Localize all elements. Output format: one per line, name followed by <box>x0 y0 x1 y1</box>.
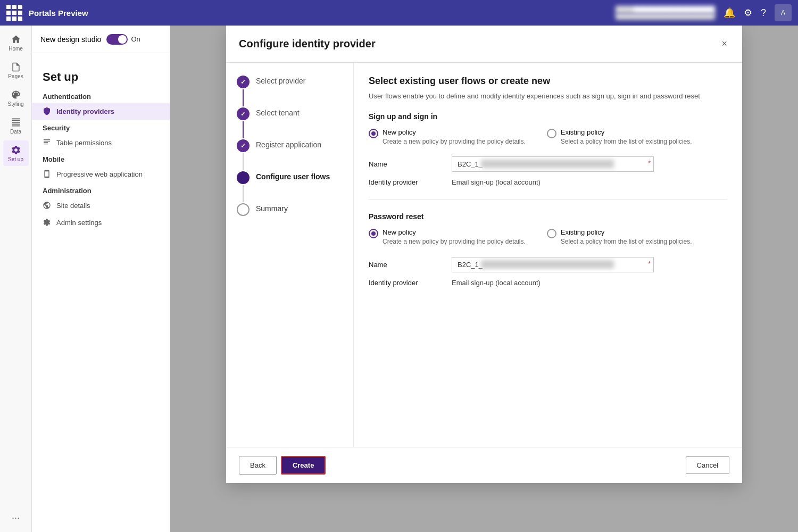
sidebar-item-pages[interactable]: Pages <box>3 57 29 83</box>
password-reset-existing-policy-label: Existing policy <box>561 228 692 236</box>
home-label: Home <box>9 46 23 52</box>
sign-up-name-label: Name <box>369 160 443 168</box>
back-button[interactable]: Back <box>239 456 277 475</box>
step-5-icon <box>237 203 250 216</box>
mobile-section-heading: Mobile <box>32 151 170 165</box>
topbar: Portals Preview ██████████████████ █████… <box>0 0 798 26</box>
admin-section-heading: Administration <box>32 182 170 197</box>
password-reset-provider-label: Identity provider <box>369 279 443 287</box>
wizard-content: Select existing user flows or create new… <box>354 63 742 447</box>
step-select-provider: ✓ Select provider <box>237 76 343 107</box>
avatar[interactable]: A <box>775 4 792 21</box>
password-reset-new-policy-option[interactable]: New policy Create a new policy by provid… <box>369 228 526 246</box>
new-design-studio-label: New design studio <box>40 35 101 44</box>
sign-up-new-policy-desc: Create a new policy by providing the pol… <box>383 137 526 146</box>
sidebar-item-identity-providers[interactable]: Identity providers <box>32 103 170 120</box>
help-icon[interactable]: ? <box>761 7 766 19</box>
step-4-label: Configure user flows <box>256 171 330 181</box>
modal-footer: Back Create Cancel <box>226 447 742 483</box>
sidebar-item-site-details[interactable]: Site details <box>32 197 170 214</box>
sidebar-item-styling[interactable]: Styling <box>3 85 29 111</box>
sidebar-item-data[interactable]: Data <box>3 113 29 138</box>
step-3-icon: ✓ <box>237 139 250 152</box>
security-section-heading: Security <box>32 120 170 134</box>
bell-icon[interactable]: 🔔 <box>724 7 735 19</box>
sidebar-top-bar: New design studio On <box>32 26 170 53</box>
step-3-label: Register application <box>256 139 321 149</box>
sign-up-policy-options: New policy Create a new policy by provid… <box>369 128 727 146</box>
account-name: ██████████████████ <box>616 6 715 13</box>
content-area: Configure identity provider × ✓ Sele <box>170 26 798 532</box>
wizard-content-desc: User flows enable you to define and modi… <box>369 91 727 102</box>
create-button[interactable]: Create <box>281 456 326 475</box>
sidebar-item-table-permissions[interactable]: Table permissions <box>32 134 170 151</box>
password-reset-new-policy-desc: Create a new policy by providing the pol… <box>383 237 526 246</box>
password-reset-existing-policy-desc: Select a policy from the list of existin… <box>561 237 692 246</box>
account-info: ██████████████████ █████████████████████… <box>616 6 715 20</box>
step-2-label: Select tenant <box>256 107 300 117</box>
cancel-button[interactable]: Cancel <box>686 456 729 474</box>
password-reset-new-policy-label: New policy <box>383 228 526 236</box>
site-details-label: Site details <box>56 202 90 210</box>
modal-header: Configure identity provider × <box>226 26 742 63</box>
step-configure-user-flows: Configure user flows <box>237 171 343 203</box>
settings-icon[interactable]: ⚙ <box>744 7 752 19</box>
sign-up-provider-row: Identity provider Email sign-up (local a… <box>369 178 727 186</box>
setup-label: Set up <box>8 156 23 162</box>
password-reset-name-label: Name <box>369 261 443 269</box>
app-title: Portals Preview <box>29 9 609 18</box>
sign-up-provider-value: Email sign-up (local account) <box>452 178 541 186</box>
step-4-icon <box>237 171 250 184</box>
sign-up-name-required: * <box>648 160 651 167</box>
password-reset-existing-policy-radio[interactable] <box>547 229 556 238</box>
password-reset-section-heading: Password reset <box>369 212 727 221</box>
step-register-application: ✓ Register application <box>237 139 343 171</box>
sign-up-existing-policy-radio[interactable] <box>547 129 556 138</box>
modal-title: Configure identity provider <box>239 38 376 50</box>
wizard-steps: ✓ Select provider ✓ Select tenant <box>226 63 354 447</box>
footer-left-buttons: Back Create <box>239 456 326 475</box>
sign-up-provider-label: Identity provider <box>369 178 443 186</box>
new-design-studio-toggle[interactable]: On <box>106 34 140 45</box>
topbar-right: ██████████████████ █████████████████████… <box>616 4 792 21</box>
table-permissions-label: Table permissions <box>56 139 112 147</box>
password-reset-policy-options: New policy Create a new policy by provid… <box>369 228 727 246</box>
sign-up-existing-policy-label: Existing policy <box>561 128 692 136</box>
step-2-icon: ✓ <box>237 107 250 120</box>
password-reset-provider-value: Email sign-up (local account) <box>452 279 541 287</box>
sign-up-existing-policy-option[interactable]: Existing policy Select a policy from the… <box>547 128 692 146</box>
configure-identity-provider-modal: Configure identity provider × ✓ Sele <box>226 26 742 483</box>
modal-close-button[interactable]: × <box>719 36 729 52</box>
setup-section-title: Set up <box>32 62 170 88</box>
password-reset-new-policy-radio[interactable] <box>369 229 378 238</box>
sidebar-item-admin-settings[interactable]: Admin settings <box>32 214 170 231</box>
sign-up-name-row: Name * <box>369 156 727 172</box>
step-1-icon: ✓ <box>237 76 250 88</box>
auth-section-heading: Authentication <box>32 88 170 103</box>
styling-label: Styling <box>7 101 23 107</box>
icon-sidebar: Home Pages Styling Data Set up ··· <box>0 26 32 532</box>
sign-up-section-heading: Sign up and sign in <box>369 112 727 121</box>
password-reset-existing-policy-option[interactable]: Existing policy Select a policy from the… <box>547 228 692 246</box>
password-reset-provider-row: Identity provider Email sign-up (local a… <box>369 279 727 287</box>
waffle-menu[interactable] <box>6 5 22 21</box>
more-icon[interactable]: ··· <box>12 512 20 523</box>
modal-backdrop: Configure identity provider × ✓ Sele <box>170 26 798 532</box>
sidebar-item-home[interactable]: Home <box>3 30 29 55</box>
sign-up-new-policy-label: New policy <box>383 128 526 136</box>
password-reset-name-required: * <box>648 260 651 268</box>
main-sidebar: New design studio On Set up Authenticati… <box>32 26 170 532</box>
password-reset-name-input-wrap: * <box>452 257 654 272</box>
admin-settings-label: Admin settings <box>56 219 102 227</box>
step-5-label: Summary <box>256 203 288 213</box>
sign-up-new-policy-option[interactable]: New policy Create a new policy by provid… <box>369 128 526 146</box>
sidebar-item-setup[interactable]: Set up <box>3 140 29 166</box>
password-reset-name-row: Name * <box>369 257 727 272</box>
pages-label: Pages <box>8 73 23 79</box>
sign-up-new-policy-radio[interactable] <box>369 129 378 138</box>
account-email: ████████████████████████ <box>616 13 715 20</box>
modal-body: ✓ Select provider ✓ Select tenant <box>226 63 742 447</box>
sign-up-name-input-wrap: * <box>452 156 654 172</box>
sidebar-item-pwa[interactable]: Progressive web application <box>32 165 170 182</box>
pwa-label: Progressive web application <box>56 170 143 178</box>
